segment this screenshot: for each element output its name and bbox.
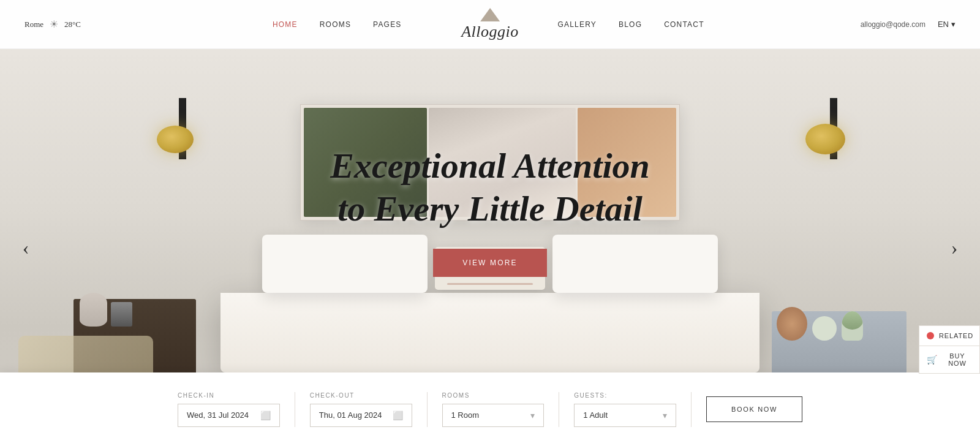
checkout-label: CHECK-OUT (310, 392, 412, 399)
guests-chevron-icon: ▾ (663, 410, 667, 420)
view-more-button[interactable]: VIEW MORE (433, 249, 546, 277)
prev-arrow-icon: ‹ (23, 236, 29, 259)
logo-triangle-icon (480, 8, 500, 21)
rooms-chevron-icon: ▾ (530, 410, 535, 420)
guests-select[interactable]: 1 Adult ▾ (574, 404, 676, 427)
rooms-value: 1 Room (451, 410, 480, 420)
checkin-input[interactable]: Wed, 31 Jul 2024 ⬜ (178, 404, 280, 427)
checkout-field: CHECK-OUT Thu, 01 Aug 2024 ⬜ (295, 392, 428, 427)
book-now-button[interactable]: BOOK NOW (706, 396, 802, 422)
checkin-value: Wed, 31 Jul 2024 (187, 410, 249, 420)
lang-chevron-icon: ▾ (951, 20, 956, 29)
nav-blog[interactable]: BLOG (619, 20, 642, 29)
checkout-value: Thu, 01 Aug 2024 (319, 410, 382, 420)
language-label: EN (938, 20, 949, 29)
logo-area[interactable]: Alloggio (461, 8, 519, 41)
checkout-input[interactable]: Thu, 01 Aug 2024 ⬜ (310, 404, 412, 427)
booking-bar: CHECK-IN Wed, 31 Jul 2024 ⬜ CHECK-OUT Th… (0, 372, 980, 446)
buy-now-button[interactable]: 🛒 BUY NOW (919, 346, 979, 373)
nav-rooms[interactable]: ROOMS (320, 20, 351, 29)
cart-icon: 🛒 (927, 355, 938, 365)
checkin-field: CHECK-IN Wed, 31 Jul 2024 ⬜ (178, 392, 295, 427)
booking-form: CHECK-IN Wed, 31 Jul 2024 ⬜ CHECK-OUT Th… (153, 392, 827, 427)
main-nav-right: GALLERY BLOG CONTACT (558, 20, 704, 29)
location-weather: Rome ☀ 28°C (24, 18, 116, 30)
site-header: Rome ☀ 28°C HOME ROOMS PAGES Alloggio GA… (0, 0, 980, 49)
prev-arrow[interactable]: ‹ (12, 234, 39, 261)
related-dot-icon (927, 332, 934, 339)
nav-gallery[interactable]: GALLERY (558, 20, 597, 29)
hero-title: Exceptional Attention to Every Little De… (330, 145, 650, 230)
nav-contact[interactable]: CONTACT (664, 20, 704, 29)
calendar-icon-2: ⬜ (393, 410, 403, 420)
buy-now-label: BUY NOW (943, 352, 972, 367)
guests-label: GUESTS: (574, 392, 676, 399)
floating-panel: RELATED 🛒 BUY NOW (919, 325, 980, 374)
site-logo: Alloggio (461, 23, 519, 41)
header-email: alloggio@qode.com (861, 20, 925, 29)
main-nav: HOME ROOMS PAGES (273, 20, 402, 29)
checkin-label: CHECK-IN (178, 392, 280, 399)
weather-icon: ☀ (50, 18, 58, 30)
rooms-select[interactable]: 1 Room ▾ (442, 404, 545, 427)
nav-home[interactable]: HOME (273, 20, 298, 29)
book-now-wrap: BOOK NOW (692, 396, 802, 422)
related-button[interactable]: RELATED (919, 326, 979, 346)
calendar-icon: ⬜ (260, 410, 271, 420)
next-arrow-icon: › (951, 236, 958, 259)
temperature-text: 28°C (64, 20, 81, 29)
guests-field: GUESTS: 1 Adult ▾ (559, 392, 692, 427)
related-label: RELATED (939, 332, 973, 339)
language-selector[interactable]: EN ▾ (938, 20, 956, 29)
rooms-label: ROOMS (442, 392, 545, 399)
nav-pages[interactable]: PAGES (373, 20, 401, 29)
guests-value: 1 Adult (583, 410, 608, 420)
next-arrow[interactable]: › (941, 234, 968, 261)
rooms-field: ROOMS 1 Room ▾ (428, 392, 560, 427)
hero-section: Exceptional Attention to Every Little De… (0, 49, 980, 446)
header-right: alloggio@qode.com EN ▾ (861, 20, 956, 29)
location-text: Rome (24, 20, 43, 29)
hero-overlay: Exceptional Attention to Every Little De… (0, 49, 980, 372)
